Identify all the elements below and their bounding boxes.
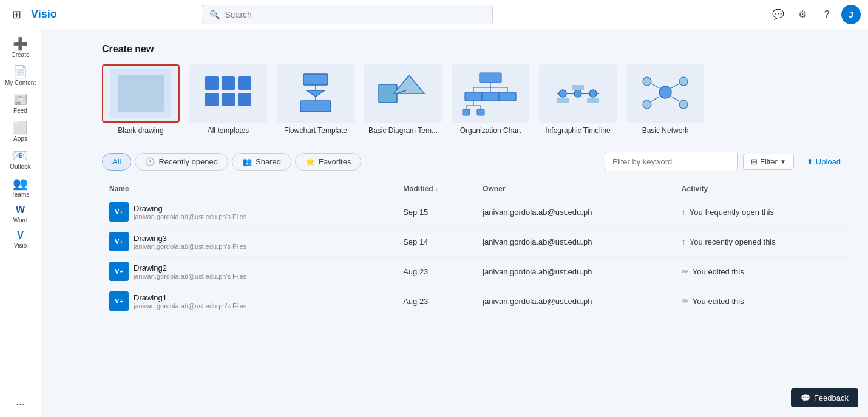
activity-text-drawing: You frequently open this xyxy=(690,208,774,217)
share-button-drawing[interactable]: ⬡ xyxy=(246,205,260,219)
main-content: Create new Blank drawing xyxy=(83,29,868,417)
file-modified-drawing1: Aug 23 xyxy=(396,286,475,316)
file-icon-drawing2: V+ xyxy=(109,262,129,281)
template-orgchart-label: Organization Chart xyxy=(460,126,521,135)
sidebar-label-teams: Teams xyxy=(12,191,29,198)
help-button[interactable]: ? xyxy=(817,5,836,24)
file-path-drawing3: janivan.gordola.ab@ust.edu.ph's Files xyxy=(134,243,246,250)
feedback-nav-button[interactable]: 💬 xyxy=(768,5,788,24)
activity-text-drawing1: You edited this xyxy=(693,297,744,306)
share-button-drawing2[interactable]: ⬡ xyxy=(246,265,260,279)
sidebar-item-visio[interactable]: V Visio xyxy=(0,226,41,251)
svg-point-46 xyxy=(679,77,688,86)
feedback-button[interactable]: 💬 Feedback xyxy=(791,388,858,407)
template-basicdiagram-thumb xyxy=(364,64,442,123)
more-icon: ··· xyxy=(16,399,25,410)
feed-icon: 📰 xyxy=(13,93,28,106)
svg-rect-7 xyxy=(222,93,235,106)
template-infographic[interactable]: Infographic Timeline xyxy=(539,64,617,135)
table-row[interactable]: V+ Drawing3 janivan.gordola.ab@ust.edu.p… xyxy=(102,227,849,257)
avatar[interactable]: J xyxy=(841,5,861,24)
table-header: Name Modified ↓ Owner Activity xyxy=(102,181,849,197)
svg-rect-3 xyxy=(205,76,219,90)
mycontent-icon: 📄 xyxy=(13,66,28,78)
filter-input[interactable] xyxy=(605,152,738,171)
file-name-drawing[interactable]: Drawing xyxy=(134,204,246,213)
svg-rect-20 xyxy=(480,73,501,83)
upload-label: Upload xyxy=(816,157,841,166)
file-name-drawing2[interactable]: Drawing2 xyxy=(134,263,246,273)
template-orgchart[interactable]: Organization Chart xyxy=(452,64,529,135)
template-basicnetwork-label: Basic Network xyxy=(642,126,689,135)
file-owner-drawing1: janivan.gordola.ab@ust.edu.ph xyxy=(475,286,674,316)
sidebar-item-more[interactable]: ··· xyxy=(0,394,41,412)
file-name-drawing1[interactable]: Drawing1 xyxy=(134,293,246,302)
tab-favorites[interactable]: ⭐ Favorites xyxy=(295,153,361,171)
tab-recently[interactable]: 🕐 Recently opened xyxy=(135,153,228,171)
table-row[interactable]: V+ Drawing2 janivan.gordola.ab@ust.edu.p… xyxy=(102,257,849,286)
create-new-title: Create new xyxy=(102,44,849,55)
template-all-thumb xyxy=(189,64,267,123)
sidebar-item-teams[interactable]: 👥 Teams xyxy=(0,172,41,200)
template-all-label: All templates xyxy=(208,126,249,135)
more-button-drawing[interactable]: ··· xyxy=(265,205,277,219)
template-flowchart-thumb xyxy=(277,64,354,123)
sidebar-label-create: Create xyxy=(11,52,29,58)
file-name-text-drawing3: Drawing3 janivan.gordola.ab@ust.edu.ph's… xyxy=(134,234,246,250)
col-modified[interactable]: Modified ↓ xyxy=(396,181,475,197)
filter-button[interactable]: ⊞ Filter ▼ xyxy=(743,154,794,170)
share-button-drawing1[interactable]: ⬡ xyxy=(246,294,260,308)
template-all[interactable]: All templates xyxy=(189,64,267,135)
file-name-text-drawing: Drawing janivan.gordola.ab@ust.edu.ph's … xyxy=(134,204,246,220)
clock-icon: 🕐 xyxy=(145,157,155,166)
sidebar-item-mycontent[interactable]: 📄 My Content xyxy=(0,61,41,89)
svg-point-39 xyxy=(589,90,597,97)
template-blank-thumb xyxy=(102,64,180,123)
tab-all[interactable]: All xyxy=(102,153,131,171)
template-basicnetwork[interactable]: Basic Network xyxy=(626,64,704,135)
template-flowchart-label: Flowchart Template xyxy=(284,126,347,135)
sidebar-item-apps[interactable]: ⬜ Apps xyxy=(0,117,41,144)
tab-all-label: All xyxy=(112,157,121,166)
sidebar-item-word[interactable]: W Word xyxy=(0,200,41,226)
template-basicdiagram[interactable]: Basic Diagram Tem... xyxy=(364,64,442,135)
settings-button[interactable]: ⚙ xyxy=(793,5,812,24)
sidebar-item-create[interactable]: ➕ Create xyxy=(0,33,41,61)
sidebar-label-mycontent: My Content xyxy=(5,80,36,86)
search-input[interactable] xyxy=(225,10,485,19)
activity-icon-drawing1: ✏ xyxy=(682,296,689,306)
share-button-drawing3[interactable]: ⬡ xyxy=(246,235,260,249)
tab-recently-label: Recently opened xyxy=(158,157,218,166)
file-owner-drawing: janivan.gordola.ab@ust.edu.ph xyxy=(475,197,674,227)
tab-shared[interactable]: 👥 Shared xyxy=(232,153,291,171)
template-basicdiagram-label: Basic Diagram Tem... xyxy=(368,126,438,135)
file-name-drawing3[interactable]: Drawing3 xyxy=(134,234,246,243)
tab-shared-label: Shared xyxy=(256,157,281,166)
waffle-icon[interactable]: ⊞ xyxy=(7,5,26,24)
sidebar-item-feed[interactable]: 📰 Feed xyxy=(0,89,41,117)
col-owner: Owner xyxy=(475,181,674,197)
topnav-actions: 💬 ⚙ ? J xyxy=(768,5,861,24)
sidebar-item-outlook[interactable]: 📧 Outlook xyxy=(0,144,41,172)
template-blank[interactable]: Blank drawing xyxy=(102,64,180,135)
activity-icon-drawing3: ↑ xyxy=(682,237,686,246)
template-basicnetwork-thumb xyxy=(626,64,704,123)
file-icon-drawing1: V+ xyxy=(109,291,129,311)
svg-point-38 xyxy=(574,90,581,97)
blank-drawing-svg xyxy=(110,69,171,118)
sidebar-label-outlook: Outlook xyxy=(10,163,30,170)
template-flowchart[interactable]: Flowchart Template xyxy=(277,64,354,135)
file-path-drawing1: janivan.gordola.ab@ust.edu.ph's Files xyxy=(134,302,246,310)
more-button-drawing1[interactable]: ··· xyxy=(265,294,277,308)
upload-button[interactable]: ⬆ Upload xyxy=(799,154,849,170)
more-button-drawing2[interactable]: ··· xyxy=(265,265,277,278)
feedback-label: Feedback xyxy=(814,393,849,402)
infographic-svg xyxy=(548,69,608,118)
sidebar-label-word: Word xyxy=(13,217,28,223)
table-row[interactable]: V+ Drawing janivan.gordola.ab@ust.edu.ph… xyxy=(102,197,849,227)
more-button-drawing3[interactable]: ··· xyxy=(265,235,277,248)
table-row[interactable]: V+ Drawing1 janivan.gordola.ab@ust.edu.p… xyxy=(102,286,849,316)
file-name-cell-drawing: V+ Drawing janivan.gordola.ab@ust.edu.ph… xyxy=(102,197,396,227)
svg-point-48 xyxy=(679,100,688,109)
col-name: Name xyxy=(102,181,396,197)
